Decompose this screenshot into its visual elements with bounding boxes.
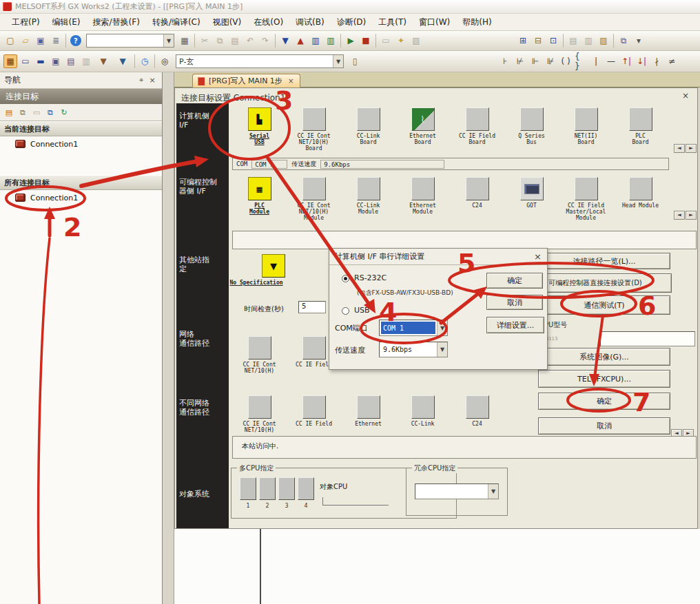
scroll-right-icon[interactable]: ► [686,211,697,220]
note-icon[interactable]: ▧ [409,34,423,48]
board-net-ii[interactable]: NET(II) Board [559,107,613,152]
tel-fxcpu-button[interactable]: TEL (FXCPU)... [538,370,670,388]
save-icon[interactable]: ▣ [34,34,48,48]
delete-connection-icon[interactable]: ▭ [30,106,43,118]
board-ethernet[interactable]: ⌇ Ethernet Board [395,107,450,152]
coexist-cc-ie-cont[interactable]: CC IE Cont NET/10(H) [232,395,287,433]
coexist-ethernet[interactable]: Ethernet [341,395,395,433]
menu-item[interactable]: 帮助(H) [456,14,497,30]
monitor-write-icon[interactable]: ▥ [324,34,338,48]
system-image-button[interactable]: 系统图像(G)... [538,348,670,366]
dialog-cancel-button[interactable]: 取消 [538,417,670,435]
ladder-delete-hline-icon[interactable]: ≠ [665,54,679,68]
module-cc-ie-field-ml[interactable]: CC IE Field Master/Local Module [559,177,613,221]
undo-icon[interactable]: ↶ [243,34,257,48]
target-cpu-item[interactable]: 4 [296,477,316,509]
toolbar-overflow-icon[interactable]: ▾ [632,34,646,48]
stop-monitor-icon[interactable]: ■ [359,34,373,48]
toolbar-combo[interactable]: ▼ [86,34,174,48]
other-station-item[interactable]: ▼ No Specification [232,254,315,286]
board-cc-link[interactable]: CC-Link Board [341,107,395,152]
output-window-icon[interactable]: ▬ [34,54,48,68]
redundant-cpu-combo[interactable]: ▼ [415,483,499,499]
copy-icon[interactable]: ⧉ [213,34,227,48]
menu-item[interactable]: 诊断(D) [331,14,373,30]
monitor-mode-icon[interactable]: ▥ [309,34,322,48]
ladder-open-contact-icon[interactable]: ⊦ [498,54,512,68]
read-from-plc-icon[interactable]: ▼ [278,34,292,48]
toolbar-icon[interactable] [275,34,276,48]
ladder-vertical-line-icon[interactable]: | [589,54,603,68]
board-q-series-bus[interactable]: Q Series Bus [504,107,559,152]
print-icon[interactable]: ≣ [49,34,63,48]
help-icon[interactable]: ? [70,35,81,46]
ladder-rising-pulse-icon[interactable]: ↑| [619,54,633,68]
page-setting-icon[interactable]: ▯ [348,54,362,68]
module-cc-link[interactable]: CC-Link Module [341,177,395,221]
rs232c-radio[interactable] [342,275,349,282]
ladder-block2-icon[interactable]: ⊟ [531,34,545,48]
toolbar-icon[interactable] [340,34,341,48]
panel-splitter[interactable] [163,72,174,604]
intelligent-module-icon[interactable]: ▥ [79,54,93,68]
zoom-ladder-icon[interactable]: ▨ [597,34,610,48]
menu-item[interactable]: 窗口(W) [413,14,456,30]
menu-item[interactable]: 在线(O) [247,14,289,30]
serial-detail-button[interactable]: 详细设置... [486,317,544,333]
dialog-close-icon[interactable]: × [679,91,692,102]
module-plc[interactable]: ▦ PLC Module [232,177,287,221]
ladder-application-icon[interactable]: { } [574,54,588,68]
ladder-close-branch-icon[interactable]: ⊮ [544,54,557,68]
menu-item[interactable]: 调试(B) [289,14,331,30]
toolbar-icon[interactable] [154,54,155,68]
toolbar-icon[interactable] [134,54,135,68]
menu-item[interactable]: 转换/编译(C) [146,14,207,30]
menu-item[interactable]: 工具(T) [372,14,413,30]
clock-monitor-icon[interactable]: ◷ [138,54,152,68]
module-ethernet[interactable]: Ethernet Module [395,177,450,221]
serial-cancel-button[interactable]: 取消 [486,295,543,310]
statement-icon[interactable]: ✦ [394,34,408,48]
display-setting-icon[interactable]: ▦ [178,34,192,48]
pin-icon[interactable]: ⌖ [136,75,147,86]
navigation-toggle-icon[interactable]: ▦ [3,54,17,68]
net-cc-ie-cont[interactable]: CC IE Cont NET/10(H) [232,336,287,374]
menu-item[interactable]: 搜索/替换(F) [87,14,146,30]
tab-prg-write-main[interactable]: [PRG]写入 MAIN 1步 × [192,74,300,87]
connection-channel-list-button[interactable]: 连接路径一览(L)... [538,253,670,269]
new-file-icon[interactable]: ▢ [3,34,17,48]
tab-close-icon[interactable]: × [287,77,295,85]
coexist-cc-ie-field[interactable]: CC IE Field [287,395,341,433]
target-cpu-item[interactable]: 1 [238,477,258,509]
menu-item[interactable]: 视图(V) [207,14,248,30]
ladder-coil-icon[interactable]: ( ) [559,54,573,68]
dialog-ok-button[interactable]: 确定 [538,393,670,410]
paste-icon[interactable]: ▤ [228,34,242,48]
coexist-c24[interactable]: C24 [450,395,504,433]
device-display-dropdown-icon[interactable]: ▼ [94,54,112,68]
scroll-left-icon[interactable]: ◄ [674,144,685,153]
module-head[interactable]: Head Module [613,177,668,221]
device-test-icon[interactable]: ⊡ [546,34,560,48]
chevron-down-icon[interactable]: ▼ [488,484,498,499]
cut-icon[interactable]: ✂ [198,34,212,48]
module-cc-ie-cont[interactable]: CC IE Cont NET/10(H) Module [287,177,341,221]
target-cpu-item[interactable]: 2 [258,477,277,509]
ladder-falling-pulse-icon[interactable]: ↓| [635,54,648,68]
menu-item[interactable]: 工程(P) [6,14,46,30]
sfc-step-icon[interactable]: ▤ [566,34,580,48]
device-comment-icon[interactable]: ▭ [379,34,393,48]
docking-window-icon[interactable]: ▣ [49,54,63,68]
ladder-delete-vline-icon[interactable]: ∤ [650,54,663,68]
ladder-open-branch-icon[interactable]: ⊩ [528,54,542,68]
window-cascade-icon[interactable]: ⧉ [617,34,630,48]
chevron-down-icon[interactable]: ▼ [163,34,174,47]
board-cc-ie-field[interactable]: CC IE Field Board [450,107,504,152]
write-to-plc-icon[interactable]: ▲ [294,34,307,48]
find-device-icon[interactable]: ◎ [158,54,172,68]
target-cpu-item[interactable]: 3 [277,477,296,509]
module-c24[interactable]: C24 [450,177,504,221]
usb-radio[interactable] [342,307,349,315]
toolbar-icon[interactable] [375,34,376,48]
redo-icon[interactable]: ↷ [258,34,272,48]
